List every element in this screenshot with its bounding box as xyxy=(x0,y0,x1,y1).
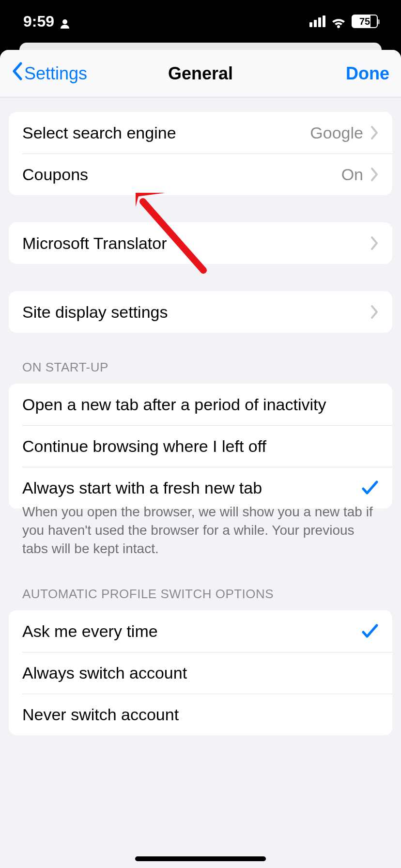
chevron-right-icon xyxy=(370,236,379,250)
settings-group-startup: Open a new tab after a period of inactiv… xyxy=(9,384,392,509)
chevron-right-icon xyxy=(370,305,379,319)
settings-modal: Settings General Done Select search engi… xyxy=(0,50,401,868)
row-label: Always start with a fresh new tab xyxy=(22,479,361,497)
modal-sheet: Settings General Done Select search engi… xyxy=(0,43,401,868)
wifi-icon xyxy=(331,16,346,27)
row-label: Continue browsing where I left off xyxy=(22,437,379,456)
chevron-left-icon xyxy=(12,62,22,85)
home-indicator[interactable] xyxy=(135,856,266,861)
status-right: 75 xyxy=(309,15,378,28)
row-profile-never[interactable]: Never switch account xyxy=(9,694,392,735)
back-label: Settings xyxy=(24,63,87,84)
battery-percent: 75 xyxy=(359,16,370,27)
section-footer-startup: When you open the browser, we will show … xyxy=(9,503,392,587)
section-header-profile-switch: AUTOMATIC PROFILE SWITCH OPTIONS xyxy=(9,587,392,610)
row-startup-continue[interactable]: Continue browsing where I left off xyxy=(9,425,392,467)
row-profile-always[interactable]: Always switch account xyxy=(9,652,392,694)
row-site-display-settings[interactable]: Site display settings xyxy=(9,291,392,333)
settings-group-site-display: Site display settings xyxy=(9,291,392,333)
row-value: On xyxy=(341,165,363,184)
row-startup-fresh[interactable]: Always start with a fresh new tab xyxy=(9,467,392,509)
status-time: 9:59 xyxy=(23,13,54,31)
row-value: Google xyxy=(310,124,363,142)
section-header-startup: ON START-UP xyxy=(9,360,392,384)
row-startup-inactivity[interactable]: Open a new tab after a period of inactiv… xyxy=(9,384,392,425)
row-label: Open a new tab after a period of inactiv… xyxy=(22,395,379,414)
row-label: Ask me every time xyxy=(22,622,361,641)
battery-indicator: 75 xyxy=(352,15,378,28)
svg-point-0 xyxy=(62,19,67,24)
modal-backdrop-peek xyxy=(19,43,382,50)
chevron-right-icon xyxy=(370,167,379,182)
checkmark-icon xyxy=(361,623,379,639)
row-select-search-engine[interactable]: Select search engine Google xyxy=(9,112,392,154)
row-label: Site display settings xyxy=(22,303,370,322)
row-label: Select search engine xyxy=(22,124,310,142)
settings-group-basics: Select search engine Google Coupons On xyxy=(9,112,392,195)
settings-group-translator: Microsoft Translator xyxy=(9,222,392,264)
status-bar: 9:59 75 xyxy=(0,0,401,43)
nav-bar: Settings General Done xyxy=(0,50,401,97)
done-button[interactable]: Done xyxy=(302,63,389,84)
row-coupons[interactable]: Coupons On xyxy=(9,154,392,195)
row-microsoft-translator[interactable]: Microsoft Translator xyxy=(9,222,392,264)
cellular-signal-icon xyxy=(309,16,325,27)
chevron-right-icon xyxy=(370,125,379,140)
person-icon xyxy=(59,16,71,27)
page-title: General xyxy=(99,63,302,84)
settings-content[interactable]: Select search engine Google Coupons On xyxy=(0,97,401,735)
row-profile-ask[interactable]: Ask me every time xyxy=(9,610,392,652)
row-label: Coupons xyxy=(22,165,341,184)
settings-group-profile-switch: Ask me every time Always switch account … xyxy=(9,610,392,735)
row-label: Never switch account xyxy=(22,705,379,724)
status-left: 9:59 xyxy=(23,13,71,31)
row-label: Microsoft Translator xyxy=(22,234,370,253)
checkmark-icon xyxy=(361,480,379,496)
back-button[interactable]: Settings xyxy=(12,62,99,85)
row-label: Always switch account xyxy=(22,664,379,682)
